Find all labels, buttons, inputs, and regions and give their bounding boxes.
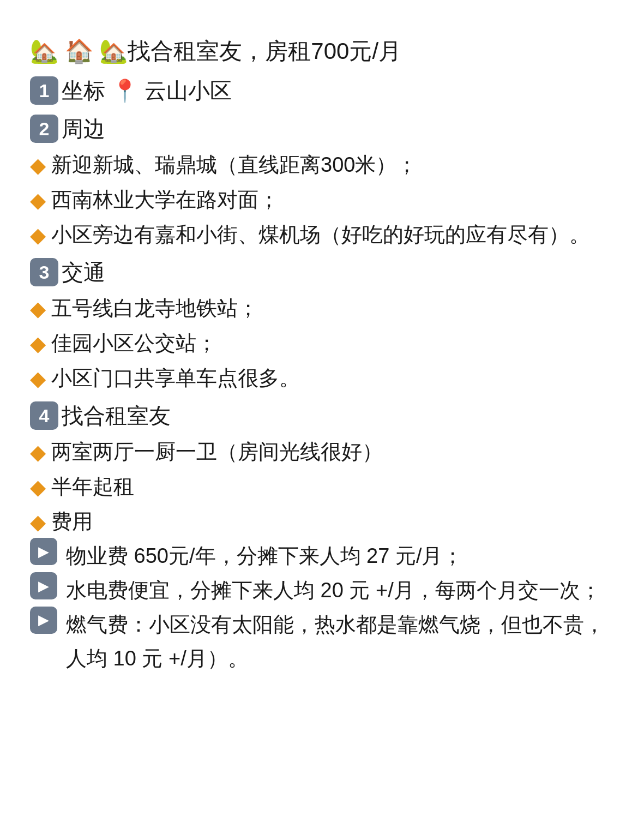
play-icon-2: ▶ [30,572,57,599]
diamond-icon-4: ◆ [30,292,46,326]
bullet-item-9: ◆ 费用 [30,505,608,539]
bullet-item-4: ◆ 五号线白龙寺地铁站； [30,291,608,326]
section-3-heading: 3 交通 [30,254,608,290]
section-2-label: 周边 [62,111,105,147]
diamond-icon-7: ◆ [30,435,46,470]
badge-2: 2 [30,115,58,143]
section-4-label: 找合租室友 [62,398,171,434]
diamond-icon-2: ◆ [30,183,46,218]
main-content: 🏡 🏠 🏡找合租室友，房租700元/月 1 坐标 📍 云山小区 2 周边 ◆ 新… [30,33,608,676]
bullet-text-3: 小区旁边有嘉和小街、煤机场（好吃的好玩的应有尽有）。 [51,218,608,252]
bullet-item-7: ◆ 两室两厅一厨一卫（房间光线很好） [30,435,608,470]
play-icon-3: ▶ [30,607,57,634]
bullet-item-3: ◆ 小区旁边有嘉和小街、煤机场（好吃的好玩的应有尽有）。 [30,218,608,253]
play-text-1: 物业费 650元/年，分摊下来人均 27 元/月； [66,539,608,573]
diamond-icon-1: ◆ [30,148,46,183]
bullet-text-4: 五号线白龙寺地铁站； [51,291,608,326]
diamond-icon-8: ◆ [30,470,46,505]
bullet-text-7: 两室两厅一厨一卫（房间光线很好） [51,435,608,469]
bullet-item-8: ◆ 半年起租 [30,470,608,505]
bullet-text-2: 西南林业大学在路对面； [51,183,608,217]
section-2-heading: 2 周边 [30,111,608,147]
post-title: 🏡 🏠 🏡找合租室友，房租700元/月 [30,33,608,69]
badge-4: 4 [30,401,58,430]
bullet-text-6: 小区门口共享单车点很多。 [51,361,608,395]
diamond-icon-6: ◆ [30,362,46,396]
diamond-icon-3: ◆ [30,218,46,253]
section-1-label: 坐标 📍 云山小区 [62,73,232,109]
bullet-item-5: ◆ 佳园小区公交站； [30,326,608,361]
play-item-2: ▶ 水电费便宜，分摊下来人均 20 元 +/月，每两个月交一次； [30,573,608,608]
play-item-3: ▶ 燃气费：小区没有太阳能，热水都是靠燃气烧，但也不贵，人均 10 元 +/月）… [30,608,608,676]
badge-3: 3 [30,258,58,286]
diamond-icon-9: ◆ [30,505,46,539]
section-4-heading: 4 找合租室友 [30,398,608,434]
badge-1: 1 [30,76,58,105]
bullet-item-1: ◆ 新迎新城、瑞鼎城（直线距离300米）； [30,148,608,183]
play-text-3: 燃气费：小区没有太阳能，热水都是靠燃气烧，但也不贵，人均 10 元 +/月）。 [66,608,608,676]
bullet-item-2: ◆ 西南林业大学在路对面； [30,183,608,218]
bullet-text-8: 半年起租 [51,470,608,504]
diamond-icon-5: ◆ [30,327,46,361]
bullet-item-6: ◆ 小区门口共享单车点很多。 [30,361,608,396]
play-item-1: ▶ 物业费 650元/年，分摊下来人均 27 元/月； [30,539,608,573]
play-icon-1: ▶ [30,538,57,565]
bullet-text-9: 费用 [51,505,608,539]
bullet-text-1: 新迎新城、瑞鼎城（直线距离300米）； [51,148,608,182]
section-1-heading: 1 坐标 📍 云山小区 [30,73,608,109]
play-text-2: 水电费便宜，分摊下来人均 20 元 +/月，每两个月交一次； [66,573,608,608]
bullet-text-5: 佳园小区公交站； [51,326,608,361]
section-3-label: 交通 [62,254,105,290]
